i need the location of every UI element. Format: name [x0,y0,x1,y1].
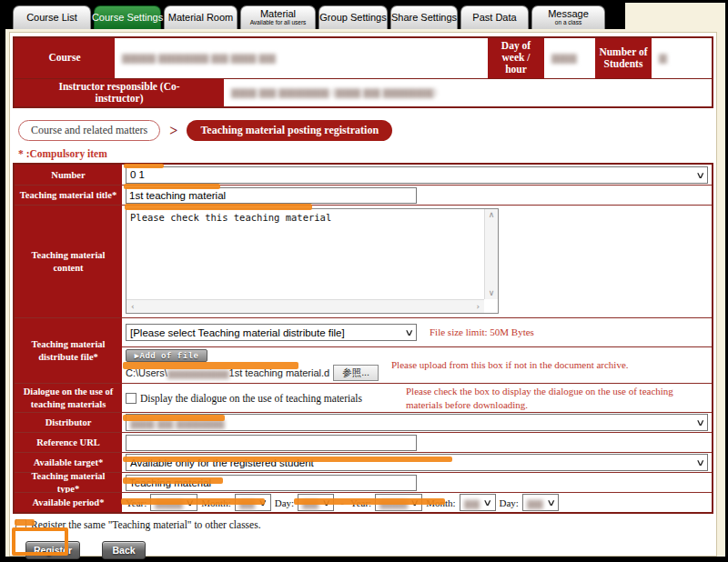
tab-message[interactable]: Messageon a class [531,5,605,29]
material-type-input[interactable] [126,475,417,491]
scroll-up-icon: ∧ [489,211,495,219]
number-select[interactable]: 0 1∨ [126,166,708,184]
file-size-note: File size limit: 50M Bytes [430,326,534,339]
to-year-value-redacted: ▆▆▆▆ [379,497,408,509]
add-of-file-button[interactable]: ▶Add of file [126,349,207,362]
breadcrumb: Course and related matters > Teaching ma… [18,120,710,141]
to-day-value-redacted: ▆▆ [527,497,543,509]
tab-group-settings[interactable]: Group Settings [318,5,388,29]
tab-material-all-users[interactable]: MaterialAvailable for all users [240,5,316,29]
students-value-redacted: ▆ [659,51,667,65]
file-path-suffix: 1st teaching material.d [229,367,330,378]
browse-button[interactable]: 参照... [333,365,379,381]
dialogue-cell: Display the dialogue on the use of teach… [122,384,712,412]
file-path-field[interactable]: C:\Users\▆▆▆▆▆▆▆▆1st teaching material.d… [126,365,379,381]
tab-share-settings[interactable]: Share Settings [390,5,458,29]
from-day-value-redacted: ▆▆ [302,497,318,509]
screenshot-frame: Course List Course Settings Material Roo… [0,0,728,562]
reference-url-label: Reference URL [15,433,122,452]
instructor-row: Instructor responsible (Co-instructor) ▆… [15,78,712,106]
tab-past-data[interactable]: Past Data [460,5,529,29]
chevron-down-icon: ∨ [258,497,268,507]
from-day-select[interactable]: ▆▆∨ [298,494,334,511]
to-year-select[interactable]: ▆▆▆▆∨ [375,494,422,511]
day-of-week-value-redacted: ▆▆▆ [551,51,577,65]
tab-label: Course List [26,13,77,23]
reference-url-input[interactable] [126,435,417,451]
chevron-down-icon: ∨ [695,457,705,467]
available-target-row: Available target* Available only for the… [15,452,712,472]
chevron-down-icon: ∨ [410,497,420,507]
number-select-value: 0 1 [130,169,145,180]
instructor-value-cell: ▆▆▆ ▆▆ ▆▆▆▆▆▆ (▆▆▆ ▆▆ ▆▆▆▆▆▆) [224,79,712,106]
scroll-right-icon: › [476,303,480,311]
tab-course-settings[interactable]: Course Settings [94,5,161,29]
material-type-row: Teaching material type* [15,472,712,492]
available-target-cell: Available only for the registered studen… [122,453,712,472]
students-value-cell: ▆ [652,38,712,78]
chevron-down-icon: ∨ [185,497,195,507]
distributor-select[interactable]: ▆▆▆ ▆▆ ▆▆▆▆▆▆∨ [126,414,708,431]
tab-label: Group Settings [319,13,386,23]
available-target-select[interactable]: Available only for the registered studen… [126,454,708,471]
textarea-text: Please check this teaching material [128,210,481,225]
dialogue-row: Dialogue on the use of teaching material… [15,383,712,412]
from-year-select[interactable]: ▆▆▆▆∨ [150,494,197,511]
day-of-week-value-cell: ▆▆▆ [544,38,595,78]
tab-course-list[interactable]: Course List [13,5,91,29]
dialogue-checkbox[interactable] [126,393,136,404]
from-month-select[interactable]: ▆▆∨ [235,494,271,511]
distribute-file-select[interactable]: [Please select Teaching material distrib… [126,324,417,341]
instructor-value-redacted: ▆▆▆ ▆▆ ▆▆▆▆▆▆ (▆▆▆ ▆▆ ▆▆▆▆▆▆) [231,85,437,99]
course-value-redacted: ▆▆▆▆ ▆▆▆▆▆▆ ▆▆ ▆▆▆ ▆▆ [122,51,276,65]
scroll-left-icon: ‹ [131,303,135,311]
dialogue-note: Please check the box to display the dial… [406,385,706,412]
to-day-select[interactable]: ▆▆∨ [522,494,559,511]
students-label: Number of Students [595,38,652,78]
breadcrumb-course-matters[interactable]: Course and related matters [18,120,160,141]
chevron-down-icon: ∨ [404,327,414,337]
distribute-file-select-subrow: [Please select Teaching material distrib… [122,318,712,346]
horizontal-scrollbar[interactable]: ‹ › [126,299,484,313]
chevron-down-icon: ∨ [482,497,492,507]
vertical-scrollbar[interactable]: ∧ ∨ [484,209,498,299]
reference-url-cell [122,433,712,452]
title-row: Teaching material title* [15,185,712,205]
tab-label: Share Settings [391,13,457,23]
tab-sublabel: on a class [555,19,581,26]
material-type-label: Teaching material type* [15,473,122,492]
to-year-label: Year: [350,497,371,508]
from-month-value-redacted: ▆▆ [239,497,256,509]
distributor-value-redacted: ▆▆▆ ▆▆ ▆▆▆▆▆▆ [130,416,225,429]
tab-label: Material Room [168,13,234,23]
available-period-label: Available period* [15,493,122,512]
file-upload-subrow: ▶Add of file C:\Users\▆▆▆▆▆▆▆▆1st teachi… [122,346,712,383]
available-target-label: Available target* [15,453,122,472]
from-month-label: Month: [201,497,230,508]
tab-label: Course Settings [92,13,163,23]
material-title-input[interactable] [126,187,417,204]
registration-form: Number 0 1∨ Teaching material title* Tea… [13,163,713,514]
chevron-down-icon: ∨ [695,170,705,180]
register-button[interactable]: Register [25,541,80,559]
to-day-label: Day: [500,497,519,508]
chevron-down-icon: ∨ [695,417,705,427]
tab-material-room[interactable]: Material Room [164,5,238,29]
dialogue-checkbox-label: Display the dialogue on the use of teach… [140,393,362,404]
to-month-select[interactable]: ▆▆∨ [460,494,496,511]
file-path-prefix: C:\Users\ [126,367,167,378]
content-label: Teaching material content [15,206,122,317]
register-same-label: Register the same "Teaching material" to… [31,519,261,530]
back-button[interactable]: Back [102,541,146,559]
material-content-textarea[interactable]: Please check this teaching material ∧ ∨ … [126,208,499,314]
course-info-row: Course ▆▆▆▆ ▆▆▆▆▆▆ ▆▆ ▆▆▆ ▆▆ Day of week… [15,38,712,78]
file-path-redacted: ▆▆▆▆▆▆▆▆ [167,367,229,379]
register-same-checkbox[interactable] [15,519,26,530]
course-label: Course [15,38,115,78]
page-background: Course List Course Settings Material Roo… [5,3,725,557]
action-buttons: Register Back [25,541,713,559]
course-value-cell: ▆▆▆▆ ▆▆▆▆▆▆ ▆▆ ▆▆▆ ▆▆ [115,38,488,78]
content-row: Teaching material content Please check t… [15,205,712,317]
dialogue-label: Dialogue on the use of teaching material… [15,384,122,412]
distributor-cell: ▆▆▆ ▆▆ ▆▆▆▆▆▆∨ [122,413,712,432]
